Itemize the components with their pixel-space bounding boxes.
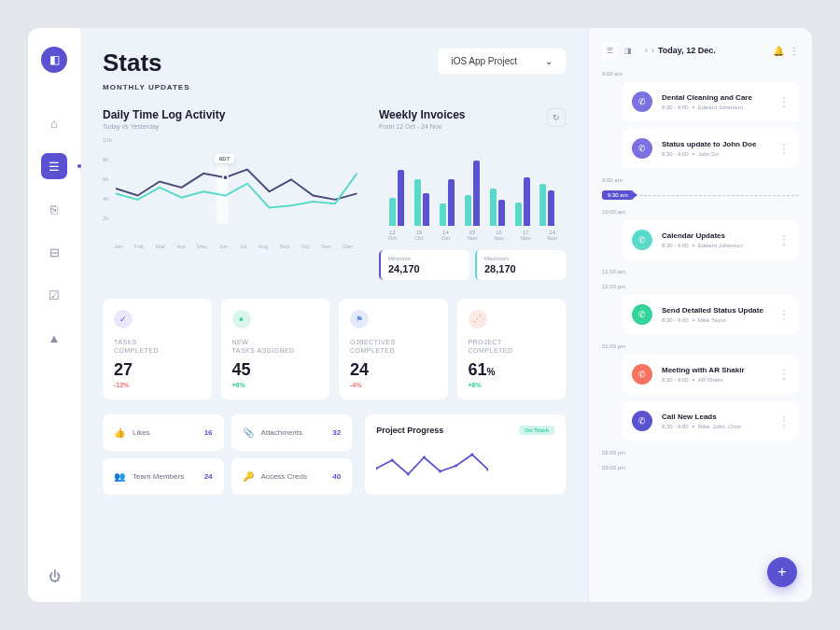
time-slot: 02:00 pm — [602, 450, 799, 455]
list-icon: ☰ — [49, 160, 60, 174]
svg-point-1 — [223, 175, 228, 179]
event-card[interactable]: ✆ Dental Cleaning and Care 8:30 - 9:00Ed… — [623, 82, 799, 121]
stat-card: ● NEWTASKS ASSIGNED 45 +8% — [221, 299, 330, 399]
stat-card: ⋰ PROJECTCOMPLETED 61% +8% — [457, 299, 567, 399]
stat-card: ✓ TASKSCOMPLETED 27 -12% — [103, 299, 212, 399]
chevron-down-icon: ⌄ — [545, 56, 553, 66]
time-slot: 10:00 am — [602, 209, 799, 215]
page-title: Stats — [103, 49, 190, 77]
nav-chat[interactable]: ⊟ — [41, 239, 67, 265]
stat-card: ⚑ OJBECTIVESCOMPLETED 24 -4% — [339, 299, 448, 399]
event-icon: ✆ — [632, 230, 652, 250]
check-icon: ☑ — [49, 288, 60, 302]
event-more[interactable]: ⋮ — [778, 308, 790, 321]
main-content: Stats MONTHLY UPDATES iOS App Project ⌄ … — [80, 28, 588, 602]
invoices-chart: Weekly Invoices From 12 Oct - 24 Nov ↻ 1… — [379, 108, 566, 280]
current-time-badge: 9:30 am — [602, 190, 634, 200]
event-icon: ✆ — [632, 304, 652, 325]
sidebar: ◧ ⌂ ☰ ⎘ ⊟ ☑ ▲ ⏻ — [28, 28, 80, 602]
svg-point-7 — [455, 465, 457, 468]
event-more[interactable]: ⋮ — [778, 414, 790, 427]
event-icon: ✆ — [632, 364, 652, 385]
view-list[interactable]: ☰ — [602, 43, 617, 58]
quick-stat[interactable]: 👍 Likes 16 — [103, 414, 224, 451]
event-more[interactable]: ⋮ — [778, 142, 790, 155]
stat-icon: ⚑ — [350, 310, 369, 329]
event-more[interactable]: ⋮ — [778, 368, 790, 381]
nav-docs[interactable]: ⎘ — [41, 196, 67, 222]
event-card[interactable]: ✆ Call New Leads 8:30 - 9:00Mike, John, … — [623, 401, 799, 441]
power-button[interactable]: ⏻ — [49, 569, 61, 583]
quick-stat[interactable]: 👥 Team Members 24 — [103, 458, 224, 495]
progress-card: Project Progress On Track — [365, 414, 566, 495]
chart-tooltip: 6D7 — [215, 154, 234, 163]
time-log-chart: Daily Time Log Activity Today vs Yesterd… — [103, 108, 364, 280]
quick-stat[interactable]: 📎 Attachments 32 — [231, 414, 353, 451]
event-icon: ✆ — [632, 91, 652, 112]
doc-icon: ⎘ — [50, 203, 58, 217]
event-more[interactable]: ⋮ — [778, 233, 790, 246]
logo[interactable]: ◧ — [41, 47, 67, 73]
time-slot: 9:00 am — [602, 177, 799, 183]
event-icon: ✆ — [632, 138, 652, 159]
calendar-panel: ☰ ◨ ‹ › Today, 12 Dec. 🔔 ⋮ 8:00 am ✆ Den… — [588, 28, 812, 602]
event-icon: ✆ — [632, 411, 652, 431]
page-subtitle: MONTHLY UPDATES — [103, 83, 190, 91]
nav-profile[interactable]: ▲ — [41, 325, 67, 351]
stat-icon: ● — [232, 310, 251, 329]
add-button[interactable]: + — [767, 557, 797, 587]
time-slot: 12:00 pm — [602, 284, 799, 289]
progress-badge: On Track — [519, 426, 554, 435]
svg-point-5 — [423, 456, 426, 459]
event-more[interactable]: ⋮ — [778, 95, 790, 108]
invoice-min: Minimum 24,170 — [379, 250, 469, 280]
quick-stat[interactable]: 🔑 Access Creds 40 — [231, 458, 353, 495]
time-slot: 01:00 pm — [602, 343, 799, 349]
time-slot: 03:00 pm — [602, 465, 799, 470]
view-grid[interactable]: ◨ — [621, 43, 636, 58]
event-card[interactable]: ✆ Calendar Updates 8:30 - 9:00Edward Joh… — [623, 220, 799, 259]
time-slot: 11:00 am — [602, 269, 799, 274]
time-slot: 8:00 am — [602, 71, 799, 77]
event-card[interactable]: ✆ Status update to John Doe 8:30 - 9:00J… — [623, 129, 799, 168]
next-day[interactable]: › — [651, 46, 654, 55]
invoice-max: Maximum 28,170 — [475, 250, 566, 280]
nav-stats[interactable]: ☰ — [41, 153, 67, 179]
svg-point-6 — [439, 470, 441, 473]
refresh-button[interactable]: ↻ — [547, 108, 566, 127]
more-icon[interactable]: ⋮ — [790, 46, 799, 56]
prev-day[interactable]: ‹ — [645, 46, 648, 55]
nav-tasks[interactable]: ☑ — [41, 282, 67, 308]
bell-icon[interactable]: 🔔 — [773, 46, 784, 56]
svg-point-8 — [471, 454, 474, 456]
date-label: Today, 12 Dec. — [658, 46, 716, 55]
project-selector[interactable]: iOS App Project ⌄ — [438, 49, 566, 74]
event-card[interactable]: ✆ Send Detailed Status Update 8:30 - 9:0… — [623, 295, 799, 334]
svg-point-3 — [391, 459, 394, 462]
svg-point-4 — [407, 473, 410, 476]
nav-home[interactable]: ⌂ — [41, 110, 67, 136]
stat-icon: ✓ — [114, 310, 133, 329]
user-icon: ▲ — [49, 331, 61, 345]
chat-icon: ⊟ — [49, 245, 60, 259]
event-card[interactable]: ✆ Meeting with AR Shakir 8:30 - 9:00AR S… — [623, 355, 799, 394]
stat-icon: ⋰ — [469, 310, 487, 329]
home-icon: ⌂ — [50, 117, 58, 131]
